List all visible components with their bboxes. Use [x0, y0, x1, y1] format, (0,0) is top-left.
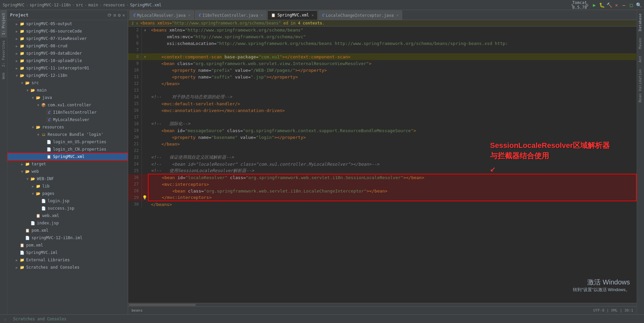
list-item[interactable]: C I18nTestController — [7, 109, 128, 116]
left-vtab-web[interactable]: Web — [0, 70, 7, 82]
status-bar: beans UTF-8 | XML | 30:1 — [128, 306, 637, 314]
folder-icon: 📂 — [30, 176, 36, 181]
code-area[interactable]: 2 ↕ <beans xmlns="http://www.springframe… — [128, 26, 637, 303]
top-bar-right: ⬆ Tomcat 8.5.78 ⚙ ▶ 🐛 🔨 ✕ — □ 🔍 — [570, 2, 641, 8]
list-item[interactable]: ▼ 📂 springMVC-12-i18n — [7, 72, 128, 79]
folder-icon: 📂 — [36, 191, 41, 196]
list-item[interactable]: ▶ 📁 springMVC-05-output — [7, 20, 128, 28]
sidebar-title: Project — [10, 12, 105, 17]
tab-close-icon[interactable]: ✕ — [312, 13, 314, 17]
bottom-panel: ⚠ Scratches and Consoles — [0, 314, 644, 323]
list-item[interactable]: 📄 login_en_US.properties — [7, 138, 128, 146]
debug-icon[interactable]: 🐛 — [599, 2, 604, 8]
iml-icon: 📄 — [19, 250, 25, 255]
list-item[interactable]: ▼ 📂 pages — [7, 190, 128, 197]
table-row: 18 <!-- 国际化--> — [128, 120, 636, 127]
left-vtab-project[interactable]: 1: Project — [0, 10, 7, 38]
list-item-springmvc-xml[interactable]: 📋 SpringMVC.xml — [7, 153, 128, 160]
iml-icon: 📄 — [25, 235, 30, 240]
arrow-icon: ▶ — [19, 161, 25, 167]
scratches-label: Scratches and Consoles — [26, 265, 79, 270]
maven-icon: 📋 — [25, 228, 30, 233]
tomcat-label: Tomcat 8.5.78 — [577, 2, 582, 8]
close-icon[interactable]: ✕ — [614, 2, 619, 8]
tab-i18n-controller[interactable]: C I18nTestController.java ✕ — [195, 10, 267, 20]
folder-icon: 📁 — [19, 257, 25, 263]
list-item[interactable]: 📋 pom.xml — [7, 227, 128, 234]
list-item[interactable]: ▼ 📂 java — [7, 94, 128, 101]
table-row: 5 xmlns:mvc="http://www.springframework.… — [128, 33, 636, 40]
list-item[interactable]: ▶ 📁 springMVC-08-crud — [7, 42, 128, 50]
list-item[interactable]: 📄 springMVC-12-i18n.iml — [7, 234, 128, 241]
close-panel-icon[interactable]: ✕ — [122, 12, 125, 18]
spacer — [19, 235, 25, 240]
spacer — [14, 250, 19, 255]
settings-icon[interactable]: ⚙ — [584, 2, 590, 8]
rail-item-ant[interactable]: Ant — [637, 52, 644, 66]
table-row: 20 <property name="basename" value="logi… — [128, 134, 636, 141]
sync-icon[interactable]: ⟳ — [108, 12, 112, 18]
list-item[interactable]: 📄 login.jsp — [7, 197, 128, 205]
arrow-icon: ▶ — [14, 58, 19, 63]
list-item[interactable]: ▶ 📁 springMVC-11-interceptor01 — [7, 64, 128, 72]
rail-item-maven[interactable]: Maven — [637, 35, 644, 52]
search-icon[interactable]: 🔍 — [636, 2, 641, 8]
scrollbar-thumb[interactable] — [129, 304, 196, 306]
list-item[interactable]: 📋 web.xml — [7, 212, 128, 219]
activate-windows: 激活 Windows 转到"设置"以激活 Windows。 — [573, 278, 630, 293]
list-item[interactable]: ▼ 📂 WEB-INF — [7, 175, 128, 182]
main-area: 1: Project 2: Favorites Web Project ⟳ ≡ … — [0, 10, 644, 314]
list-item[interactable]: C MyLocalResolver — [7, 116, 128, 123]
list-item[interactable]: ▼ 📂 web — [7, 168, 128, 175]
list-item[interactable]: ▼ 🗂 Resource Bundle 'login' — [7, 131, 128, 138]
list-item[interactable]: ▶ 📁 target — [7, 160, 128, 168]
list-item[interactable]: ▼ 📦 com.xu1.controller — [7, 101, 128, 109]
list-item[interactable]: ▼ 📂 resources — [7, 123, 128, 131]
sidebar-content[interactable]: ▶ 📁 springMVC-05-output ▶ 📁 springMVC-06… — [7, 20, 128, 314]
arrow-icon: ▶ — [14, 36, 19, 41]
folder-icon: 📁 — [19, 51, 25, 56]
tab-locale-change[interactable]: C LocaleChangeInterceptor.java ✕ — [318, 10, 402, 20]
list-item[interactable]: ▼ 📂 src — [7, 79, 128, 87]
tab-close-icon[interactable]: ✕ — [188, 13, 191, 17]
table-row: 23 <!-- 保证使用我自定义区域解析器--> — [128, 154, 636, 161]
list-item[interactable]: ▶ 📁 lib — [7, 182, 128, 190]
maximize-icon[interactable]: □ — [629, 2, 634, 8]
list-item[interactable]: ▼ 📂 main — [7, 87, 128, 94]
left-vtab-favorites[interactable]: 2: Favorites — [0, 38, 7, 69]
tab-mylocal-resolver[interactable]: C MyLocalResolver.java ✕ — [129, 10, 194, 20]
list-item[interactable]: 📄 login_zh_CN.properties — [7, 146, 128, 153]
arrow-icon: ▼ — [19, 80, 25, 86]
list-item[interactable]: ▶ 📁 springMVC-10-uploadFile — [7, 57, 128, 64]
table-row: 8 ⚡ <context:component-scan base-package… — [128, 53, 636, 60]
rail-item-database[interactable]: Database — [637, 10, 644, 35]
list-item[interactable]: 📄 index.jsp — [7, 219, 128, 227]
editor-area: C MyLocalResolver.java ✕ C I18nTestContr… — [128, 10, 637, 314]
rail-item-bean[interactable]: Bean Validation — [637, 66, 644, 106]
list-item[interactable]: ▶ 📁 External Libraries — [7, 256, 128, 264]
horizontal-scrollbar[interactable] — [128, 303, 637, 306]
folder-icon: 📁 — [19, 65, 25, 71]
maven-icon: 📋 — [19, 243, 25, 248]
collapse-icon[interactable]: ≡ — [113, 12, 116, 18]
table-row: 19 <bean id="messageSource" class="org.s… — [128, 127, 636, 134]
list-item[interactable]: ▶ 📁 springMVC-09-dataBinder — [7, 50, 128, 57]
build-icon[interactable]: 🔨 — [606, 2, 612, 8]
tab-close-icon[interactable]: ✕ — [261, 13, 263, 17]
list-item[interactable]: 📄 success.jsp — [7, 205, 128, 212]
list-item-scratches[interactable]: ▶ 📁 Scratches and Consoles — [7, 264, 128, 271]
run-icon[interactable]: ▶ — [592, 2, 597, 8]
list-item[interactable]: ▶ 📁 springMVC-06-sourceCode — [7, 28, 128, 35]
arrow-icon: ▶ — [14, 43, 19, 49]
tab-close-icon[interactable]: ✕ — [396, 13, 399, 17]
folder-icon: 📂 — [36, 124, 41, 130]
list-item[interactable]: ▶ 📁 springMVC-07-ViewResolver — [7, 35, 128, 42]
scratches-consoles[interactable]: Scratches and Consoles — [13, 317, 66, 321]
tab-springmvc-xml[interactable]: 📋 SpringMVC.xml ✕ — [267, 10, 318, 20]
minimize-icon[interactable]: — — [621, 2, 627, 8]
list-item[interactable]: 📄 SpringMVC.iml — [7, 249, 128, 256]
list-item[interactable]: 📋 pom.xml — [7, 241, 128, 249]
editor-notice: 2 ↕ <beans xmlns="http://www.springframe… — [128, 20, 637, 26]
gear-icon[interactable]: ⚙ — [118, 12, 120, 18]
jsp-icon: 📄 — [41, 206, 46, 211]
